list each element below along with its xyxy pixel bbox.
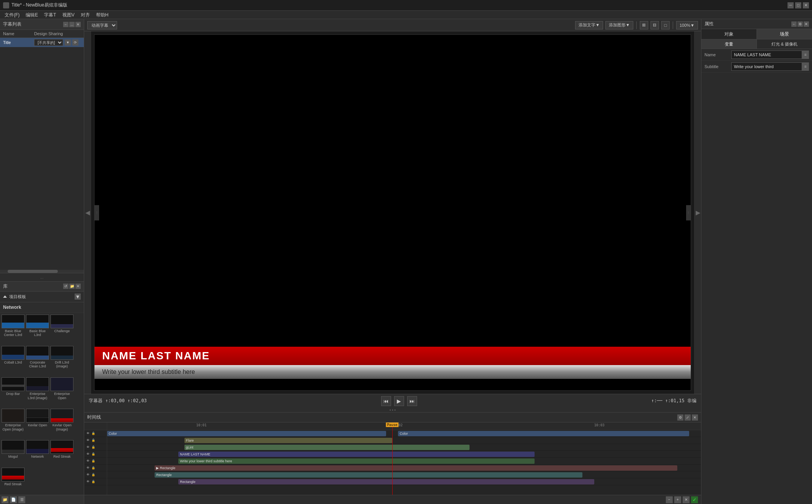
animation-mode-dropdown[interactable]: 动画字幕 bbox=[87, 21, 117, 29]
tab-lighting[interactable]: 灯光 & 摄像机 bbox=[757, 39, 812, 49]
timeline-header-bar: 时间线 ⚙ ⤢ ✕ bbox=[84, 413, 701, 422]
track-bar-rect1[interactable]: ▶ Rectangle bbox=[155, 465, 677, 471]
design-share-btn[interactable]: ⟳ bbox=[72, 39, 78, 46]
add-shape-btn[interactable]: 添加图形▼ bbox=[605, 21, 633, 29]
template-network[interactable]: Network bbox=[26, 440, 49, 466]
library-header: 库 ↺ 📁 ✕ bbox=[0, 282, 84, 292]
char-list-title: 字幕列表 bbox=[3, 21, 21, 28]
template-red-streak-2[interactable]: Red Streak bbox=[2, 468, 24, 493]
track-bar-rect2[interactable]: Rectangle bbox=[155, 472, 582, 478]
prop-back-btn[interactable]: ← bbox=[791, 21, 797, 27]
timeline-plus-btn[interactable]: + bbox=[674, 496, 681, 503]
canvas-left-drag[interactable]: ⋮ bbox=[95, 205, 99, 220]
prop-close-btn[interactable]: ✕ bbox=[804, 21, 809, 27]
char-list-scrollbar-h[interactable] bbox=[0, 270, 84, 273]
lock-icon-flare: 🔒 bbox=[91, 438, 96, 443]
menu-edit[interactable]: 编辑E bbox=[23, 11, 41, 19]
template-mogul[interactable]: Mogul bbox=[2, 440, 24, 466]
playhead[interactable] bbox=[392, 422, 393, 495]
library-bottom-toolbar: 📁 📄 ☰ bbox=[0, 495, 84, 504]
play-btn[interactable]: ▶ bbox=[394, 396, 404, 406]
minimize-button[interactable]: ─ bbox=[788, 2, 794, 8]
library-refresh-btn[interactable]: ↺ bbox=[63, 284, 68, 289]
track-bar-rect3[interactable]: Rectangle bbox=[178, 479, 594, 484]
tab-transform-label: 变量 bbox=[725, 41, 733, 47]
template-kevlar-open-image[interactable]: Kevlar Open (Image) bbox=[51, 409, 73, 439]
template-label-corporate: Corporate Clean L3rd bbox=[26, 360, 49, 369]
menu-help[interactable]: 帮助H bbox=[93, 11, 112, 19]
timeline-x-btn[interactable]: ✕ bbox=[683, 496, 690, 503]
preview-wrapper: ◀ NAME LAST NAME Write your lower third … bbox=[84, 31, 701, 394]
template-drop-bar[interactable]: Drop Bar bbox=[2, 377, 24, 407]
panel-close-btn[interactable]: ✕ bbox=[75, 22, 81, 27]
design-dropdown-btn[interactable]: ▼ bbox=[65, 39, 71, 46]
library-folder-btn[interactable]: 📁 bbox=[69, 284, 75, 289]
preview-left-handle[interactable]: ◀ bbox=[84, 31, 91, 394]
template-thumb-drift bbox=[51, 346, 73, 360]
prev-btn[interactable]: ⏮ bbox=[381, 396, 391, 406]
timeline-expand-btn[interactable]: ⤢ bbox=[685, 414, 691, 421]
canvas-right-drag[interactable]: ⋮ bbox=[686, 205, 691, 220]
track-bar-glint[interactable]: gLint bbox=[184, 445, 470, 450]
template-drift[interactable]: Drift L3rd (image) bbox=[51, 346, 73, 376]
prop-name-input[interactable] bbox=[731, 51, 802, 59]
timeline-confirm-btn[interactable]: ✓ bbox=[691, 496, 698, 503]
track-label-name: 👁 🔒 bbox=[84, 451, 107, 458]
track-bar-flare[interactable]: Flare bbox=[184, 438, 392, 443]
timeline-settings-btn[interactable]: ⚙ bbox=[677, 414, 683, 421]
template-basic-blue-center[interactable]: Basic Basic Blue Center L3rd bbox=[2, 315, 24, 344]
library-add-file-btn[interactable]: 📄 bbox=[10, 496, 17, 503]
template-enterprise[interactable]: Enterprise L3rd (image) bbox=[26, 377, 49, 407]
fullscreen-btn[interactable]: □ bbox=[661, 21, 670, 29]
minus-btn[interactable]: ⊟ bbox=[651, 21, 659, 29]
library-close-btn[interactable]: ✕ bbox=[75, 284, 81, 289]
template-enterprise-open[interactable]: Enterprise Open bbox=[51, 377, 73, 407]
grid-btn[interactable]: ⊞ bbox=[640, 21, 648, 29]
timeline-track-labels: 👁 🔒 👁 🔒 👁 🔒 👁 🔒 bbox=[84, 422, 107, 495]
tab-transform[interactable]: 变量 bbox=[701, 39, 757, 49]
template-label-basic-blue-center: Basic Blue Center L3rd bbox=[2, 329, 24, 338]
template-kevlar-open[interactable]: Kevlar Open bbox=[26, 409, 49, 439]
tab-object[interactable]: 对象 bbox=[701, 29, 757, 39]
char-name-cell: Title bbox=[3, 40, 34, 45]
panel-dots-btn[interactable]: ... bbox=[69, 22, 75, 27]
close-button[interactable]: ✕ bbox=[803, 2, 809, 8]
track-bar-name[interactable]: NAME LAST NAME bbox=[178, 452, 535, 457]
prop-settings-btn[interactable]: ⚙ bbox=[797, 21, 803, 27]
maximize-button[interactable]: □ bbox=[795, 2, 801, 8]
prop-name-btn[interactable]: = bbox=[802, 51, 809, 59]
template-challenge[interactable]: Challenge bbox=[51, 315, 73, 344]
ruler-label-1: 10:01 bbox=[196, 423, 207, 427]
menu-file[interactable]: 文件(F) bbox=[2, 11, 23, 19]
prop-name-label: Name bbox=[704, 52, 731, 57]
menu-subtitle[interactable]: 字幕T bbox=[41, 11, 59, 19]
timeline-minus-btn[interactable]: − bbox=[666, 496, 673, 503]
template-label-drift: Drift L3rd (image) bbox=[51, 360, 73, 369]
track-bar-color-1[interactable]: Color bbox=[107, 431, 386, 436]
template-label-red-streak-2: Red Streak bbox=[4, 482, 21, 486]
track-bar-color-2[interactable]: Color bbox=[398, 431, 689, 436]
preview-right-handle[interactable]: ▶ bbox=[694, 31, 701, 394]
library-list-btn[interactable]: ☰ bbox=[18, 496, 25, 503]
tab-scene[interactable]: 场景 bbox=[757, 29, 812, 39]
prop-subtitle-input[interactable] bbox=[731, 62, 802, 71]
library-add-folder-btn[interactable]: 📁 bbox=[2, 496, 8, 503]
next-btn[interactable]: ⏭ bbox=[407, 396, 417, 406]
design-sharing-select[interactable]: [不共享的] bbox=[34, 39, 63, 46]
add-text-btn[interactable]: 添加文字▼ bbox=[575, 21, 603, 29]
prop-subtitle-btn[interactable]: = bbox=[802, 62, 809, 71]
menu-align[interactable]: 对齐 bbox=[78, 11, 93, 19]
panel-left-btn[interactable]: ← bbox=[63, 22, 68, 27]
zoom-dropdown[interactable]: 100%▼ bbox=[676, 21, 698, 29]
center-toolbar: 动画字幕 添加文字▼ 添加图形▼ ⊞ ⊟ □ 100%▼ bbox=[84, 19, 701, 31]
template-cobalt[interactable]: Cobalt L3rd bbox=[2, 346, 24, 376]
project-template-arrow[interactable]: ▼ bbox=[75, 294, 81, 300]
template-red-streak-1[interactable]: Red Streak bbox=[51, 440, 73, 466]
template-thumb-basic-blue: Basic bbox=[26, 315, 49, 328]
template-corporate-clean[interactable]: Corporate Clean L3rd bbox=[26, 346, 49, 376]
template-basic-blue[interactable]: Basic Basic Blue L3rd bbox=[26, 315, 49, 344]
track-bar-subtitle[interactable]: Write your lower third subtitle here bbox=[178, 458, 535, 464]
menu-view[interactable]: 视图V bbox=[59, 11, 78, 19]
timeline-close-btn[interactable]: ✕ bbox=[692, 414, 698, 421]
template-enterprise-open-image[interactable]: Enterprise Open (image) bbox=[2, 409, 24, 439]
